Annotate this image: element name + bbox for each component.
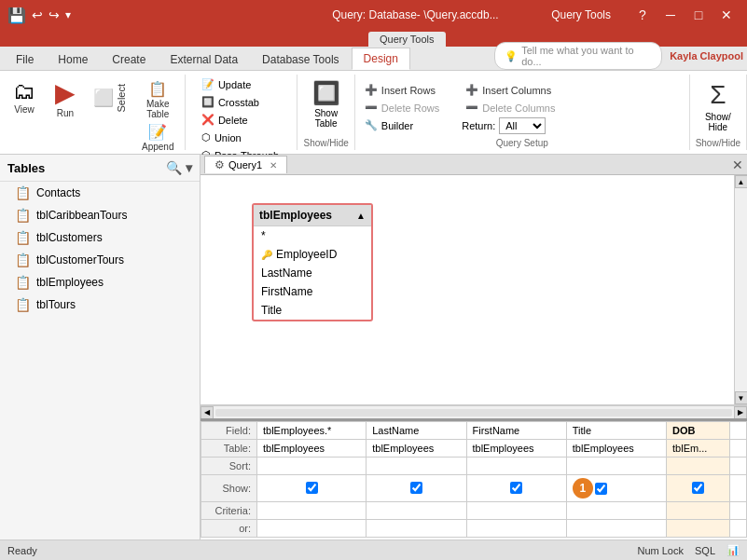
show-col-5[interactable] — [730, 475, 747, 502]
tab-file[interactable]: File — [4, 48, 46, 70]
delete-button[interactable]: ❌ Delete — [198, 112, 252, 128]
criteria-col-2[interactable] — [466, 502, 566, 520]
undo-icon[interactable]: ↩ — [32, 7, 43, 22]
table-col-5[interactable] — [730, 440, 747, 458]
show-col-1[interactable] — [367, 475, 466, 502]
tab-database-tools[interactable]: Database Tools — [250, 48, 352, 70]
show-col-4[interactable] — [667, 475, 730, 502]
show-col-0[interactable] — [257, 475, 367, 502]
union-button[interactable]: ⬡ Union — [198, 130, 245, 145]
table-row-employeeid[interactable]: 🔑 EmployeeID — [254, 245, 371, 264]
sort-col-1[interactable] — [367, 458, 466, 475]
insert-columns-button[interactable]: ➕ Insert Columns — [462, 82, 559, 98]
query-grid[interactable]: Field: tblEmployees.* LastName FirstName… — [201, 418, 747, 540]
sidebar-item-customers[interactable]: 📋 tblCustomers — [0, 226, 200, 249]
table-row-firstname[interactable]: FirstName — [254, 282, 371, 301]
scroll-down-btn[interactable]: ▼ — [735, 391, 748, 404]
field-col-5[interactable] — [730, 422, 747, 440]
doc-tab-query1[interactable]: ⚙ Query1 ✕ — [204, 156, 287, 173]
or-col-5[interactable] — [730, 520, 747, 538]
help-button[interactable]: ? — [629, 2, 656, 28]
sort-col-5[interactable] — [730, 458, 747, 475]
sidebar-item-customer-tours[interactable]: 📋 tblCustomerTours — [0, 249, 200, 271]
horizontal-scrollbar[interactable]: ◀ ▶ — [201, 405, 747, 418]
sidebar-search-icon[interactable]: 🔍 — [166, 160, 182, 175]
or-col-4[interactable] — [667, 520, 730, 538]
delete-columns-button[interactable]: ➖ Delete Columns — [462, 100, 559, 116]
sidebar-chevron-icon[interactable]: ▾ — [186, 160, 192, 175]
run-button[interactable]: ▶ Run — [47, 76, 84, 122]
tab-design[interactable]: Design — [352, 48, 410, 70]
make-table-button[interactable]: 📋 MakeTable — [136, 78, 179, 123]
insert-rows-button[interactable]: ➕ Insert Rows — [361, 82, 443, 98]
view-button[interactable]: 🗂 View — [6, 76, 43, 118]
show-checkbox-0[interactable] — [306, 482, 318, 494]
doc-tab-close[interactable]: ✕ — [270, 160, 277, 171]
table-col-1[interactable]: tblEmployees — [367, 440, 466, 458]
scroll-left-btn[interactable]: ◀ — [201, 406, 214, 419]
show-checkbox-2[interactable] — [510, 482, 522, 494]
sort-col-0[interactable] — [257, 458, 367, 475]
totals-button[interactable]: Σ Show/Hide — [699, 76, 737, 136]
table-row-lastname[interactable]: LastName — [254, 264, 371, 282]
update-button[interactable]: 📝 Update — [198, 76, 255, 92]
table-col-0[interactable]: tblEmployees — [257, 440, 367, 458]
or-col-0[interactable] — [257, 520, 367, 538]
show-col-3[interactable]: 1 — [566, 475, 666, 502]
tab-external-data[interactable]: External Data — [158, 48, 250, 70]
table-widget-scroll-up[interactable]: ▲ — [356, 211, 366, 221]
criteria-col-0[interactable] — [257, 502, 367, 520]
show-col-2[interactable] — [466, 475, 566, 502]
close-button[interactable]: ✕ — [713, 2, 740, 28]
show-checkbox-4[interactable] — [692, 482, 704, 494]
sort-col-3[interactable] — [566, 458, 666, 475]
field-col-2[interactable]: FirstName — [466, 422, 566, 440]
redo-icon[interactable]: ↪ — [48, 7, 60, 22]
strip-close-icon[interactable]: ✕ — [732, 157, 747, 172]
minimize-button[interactable]: ─ — [657, 2, 684, 28]
show-checkbox-1[interactable] — [410, 482, 422, 494]
append-button[interactable]: 📝 Append — [136, 121, 179, 156]
sort-col-4[interactable] — [667, 458, 730, 475]
field-col-1[interactable]: LastName — [367, 422, 466, 440]
table-widget-scroll[interactable]: * 🔑 EmployeeID LastName FirstName Title — [254, 226, 371, 320]
or-col-3[interactable] — [566, 520, 666, 538]
sort-col-2[interactable] — [466, 458, 566, 475]
builder-button[interactable]: 🔧 Builder — [361, 117, 443, 133]
delete-rows-button[interactable]: ➖ Delete Rows — [361, 100, 443, 116]
crosstab-button[interactable]: 🔲 Crosstab — [198, 94, 263, 110]
table-col-2[interactable]: tblEmployees — [466, 440, 566, 458]
field-col-3[interactable]: Title — [566, 422, 666, 440]
tab-home[interactable]: Home — [46, 48, 100, 70]
return-select[interactable]: All 5 25 — [499, 117, 546, 134]
table-col-4[interactable]: tblEm... — [667, 440, 730, 458]
table-widget-header[interactable]: tblEmployees ▲ — [254, 205, 371, 226]
vertical-scrollbar[interactable]: ▲ ▼ — [734, 175, 747, 404]
field-col-4[interactable]: DOB — [667, 422, 730, 440]
or-col-2[interactable] — [466, 520, 566, 538]
criteria-col-1[interactable] — [367, 502, 466, 520]
criteria-col-5[interactable] — [730, 502, 747, 520]
table-row-title[interactable]: Title — [254, 301, 371, 320]
select-button[interactable]: ⬜ Select — [88, 80, 132, 116]
sidebar-item-caribbean-tours[interactable]: 📋 tblCaribbeanTours — [0, 204, 200, 226]
scroll-right-btn[interactable]: ▶ — [734, 406, 747, 419]
field-col-0[interactable]: tblEmployees.* — [257, 422, 367, 440]
tell-me-input[interactable]: 💡 Tell me what you want to do... — [494, 42, 662, 70]
more-icon[interactable]: ▾ — [65, 8, 71, 21]
criteria-col-4[interactable] — [667, 502, 730, 520]
or-col-1[interactable] — [367, 520, 466, 538]
sidebar-item-tours[interactable]: 📋 tblTours — [0, 294, 200, 316]
scroll-track[interactable] — [215, 409, 732, 417]
table-row-all[interactable]: * — [254, 226, 371, 245]
show-table-button[interactable]: 🔲 ShowTable — [307, 76, 346, 132]
sidebar-item-employees[interactable]: 📋 tblEmployees — [0, 271, 200, 294]
table-col-3[interactable]: tblEmployees — [566, 440, 666, 458]
scroll-up-btn[interactable]: ▲ — [735, 175, 748, 188]
show-checkbox-3[interactable] — [595, 483, 607, 495]
sidebar-item-contacts[interactable]: 📋 Contacts — [0, 182, 200, 204]
restore-button[interactable]: □ — [685, 2, 712, 28]
criteria-col-3[interactable] — [566, 502, 666, 520]
tab-create[interactable]: Create — [100, 48, 158, 70]
query-designer[interactable]: tblEmployees ▲ * 🔑 EmployeeID LastName — [201, 175, 747, 405]
